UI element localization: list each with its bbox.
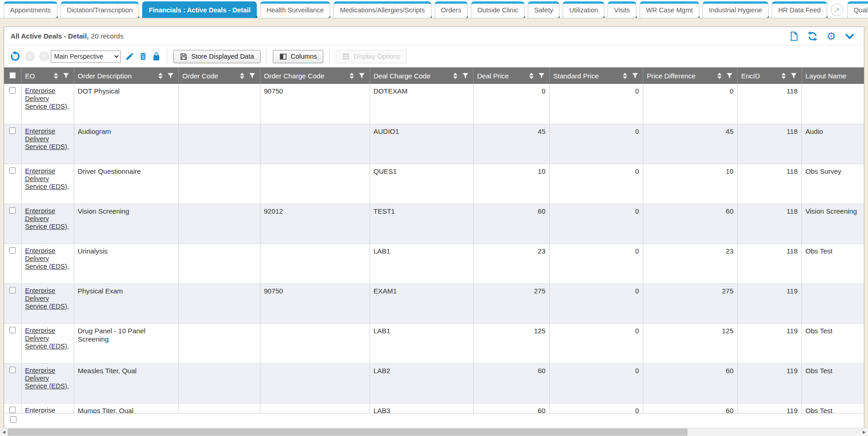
cell-deal-price: 0 xyxy=(473,84,549,124)
column-header-order-code[interactable]: Order Code xyxy=(178,67,260,84)
filter-funnel-icon[interactable] xyxy=(632,72,638,79)
tab-utilization[interactable]: Utilization xyxy=(563,1,604,18)
column-label: Order Code xyxy=(182,72,218,80)
filter-funnel-icon[interactable] xyxy=(167,72,174,79)
tab-hr-data-feed[interactable]: HR Data Feed xyxy=(772,1,827,18)
collapse-chevron-icon[interactable] xyxy=(845,31,855,41)
settings-gear-icon[interactable]: ⚙ xyxy=(826,31,836,41)
tab-visits[interactable]: Visits xyxy=(608,1,636,18)
scroll-left-button[interactable]: ◀ xyxy=(0,428,8,436)
nav-back-icon[interactable]: ‹ xyxy=(25,51,35,61)
column-header-layout-name[interactable]: Layout Name xyxy=(802,67,864,84)
store-displayed-data-button[interactable]: Store Displayed Data xyxy=(173,50,260,63)
sort-icon[interactable] xyxy=(349,72,354,79)
eo-link[interactable]: Enterprise Delivery Service (EDS), xyxy=(25,207,70,231)
filter-funnel-icon[interactable] xyxy=(359,72,365,79)
column-header-order-charge-code[interactable]: Order Charge Code xyxy=(260,67,370,84)
cell-eo: Enterprise Delivery Service (EDS), xyxy=(21,363,74,403)
tab-medications-allergies-scripts[interactable]: Medications/Allergies/Scripts xyxy=(333,1,431,18)
column-header-icons xyxy=(349,72,367,79)
row-checkbox[interactable] xyxy=(9,127,16,134)
eo-link[interactable]: Enterprise Delivery Service (EDS), xyxy=(25,327,70,350)
select-all-checkbox[interactable] xyxy=(10,72,16,78)
row-checkbox[interactable] xyxy=(9,407,16,413)
tab-appointments[interactable]: Appointments xyxy=(4,1,57,18)
sort-icon[interactable] xyxy=(529,72,534,79)
sort-icon[interactable] xyxy=(453,72,458,79)
scroll-right-button[interactable]: ▶ xyxy=(860,428,868,436)
tab-industrial-hygiene[interactable]: Industrial Hygiene xyxy=(702,1,768,18)
filter-funnel-icon[interactable] xyxy=(63,72,69,79)
sort-icon[interactable] xyxy=(239,72,245,79)
perspective-select[interactable]: Main Perspective xyxy=(51,50,121,63)
eo-link[interactable]: Enterprise Delivery Service (EDS), xyxy=(25,367,70,390)
display-options-button: Display Options xyxy=(336,50,407,63)
eo-link[interactable]: Enterprise Delivery Service (EDS), xyxy=(25,87,70,110)
cell-order-description: Urinalysis xyxy=(74,243,178,283)
horizontal-scrollbar[interactable]: ◀ ▶ xyxy=(0,428,868,436)
tab-financials-active-deals-detail[interactable]: Financials : Active Deals - Detail xyxy=(142,1,257,18)
cell-deal-charge-code: AUDIO1 xyxy=(370,124,473,164)
eo-link[interactable]: Enterprise Delivery Service (EDS), xyxy=(25,247,70,270)
table-row: Enterprise Delivery Service (EDS),Driver… xyxy=(4,164,864,204)
new-document-icon[interactable] xyxy=(789,31,799,41)
column-header-encid[interactable]: EncID xyxy=(737,67,802,84)
tab-outside-clinic[interactable]: Outside Clinic xyxy=(471,1,525,18)
column-header-price-difference[interactable]: Price Difference xyxy=(643,67,737,84)
eo-link[interactable]: Enterprise Delivery Service (EDS), xyxy=(25,167,70,191)
row-checkbox[interactable] xyxy=(9,287,16,293)
row-checkbox[interactable] xyxy=(9,367,16,373)
eo-link[interactable]: Enterprise Delivery Service (EDS), xyxy=(25,127,70,151)
tab-label: Quality of Care xyxy=(854,6,868,14)
sort-icon[interactable] xyxy=(781,72,786,79)
sort-icon[interactable] xyxy=(717,72,722,79)
sort-icon[interactable] xyxy=(158,72,163,79)
tab-label: Industrial Hygiene xyxy=(709,6,762,14)
select-all-header[interactable] xyxy=(4,67,21,84)
tab-safety[interactable]: Safety xyxy=(528,1,559,18)
tab-health-surveillance[interactable]: Health Surveillance xyxy=(260,1,330,18)
row-checkbox[interactable] xyxy=(9,247,16,254)
scroll-thumb[interactable] xyxy=(8,429,687,436)
sort-icon[interactable] xyxy=(622,72,628,79)
filter-funnel-icon[interactable] xyxy=(791,72,797,79)
pencil-icon[interactable] xyxy=(125,52,134,61)
row-checkbox[interactable] xyxy=(9,87,16,94)
refresh-icon[interactable] xyxy=(807,31,818,41)
padlock-icon[interactable] xyxy=(152,52,161,61)
tab-wr-case-mgmt[interactable]: WR Case Mgmt xyxy=(640,1,699,18)
row-checkbox[interactable] xyxy=(9,327,16,333)
row-checkbox[interactable] xyxy=(10,416,17,423)
trash-icon[interactable] xyxy=(138,52,148,61)
table-scroll-area[interactable]: EOOrder DescriptionOrder CodeOrder Charg… xyxy=(4,67,864,413)
cell-order-code xyxy=(178,124,260,164)
cell-value: Obs Test xyxy=(806,367,833,375)
row-select-cell xyxy=(4,204,21,243)
eo-link[interactable]: Enterprise Delivery Service (EDS), xyxy=(25,407,70,414)
popout-arrow-icon[interactable]: ↗ xyxy=(831,4,843,16)
tab-quality-of-care[interactable]: Quality of Care xyxy=(847,1,868,18)
filter-funnel-icon[interactable] xyxy=(462,72,469,79)
filter-funnel-icon[interactable] xyxy=(249,72,255,79)
sort-icon[interactable] xyxy=(53,72,59,79)
eo-link[interactable]: Enterprise Delivery Service (EDS), xyxy=(25,287,70,310)
column-header-order-description[interactable]: Order Description xyxy=(74,67,178,84)
filter-funnel-icon[interactable] xyxy=(538,72,545,79)
cell-value: 0 xyxy=(635,207,639,215)
tab-orders[interactable]: Orders xyxy=(435,1,468,18)
undo-circular-arrow-icon[interactable] xyxy=(10,51,21,62)
row-checkbox[interactable] xyxy=(9,167,16,174)
columns-button[interactable]: Columns xyxy=(273,50,323,63)
row-checkbox[interactable] xyxy=(9,207,16,214)
column-header-deal-price[interactable]: Deal Price xyxy=(473,67,549,84)
column-header-eo[interactable]: EO xyxy=(21,67,74,84)
tab-dictation-transcription[interactable]: Dictation/Transcription xyxy=(61,1,139,18)
cell-standard-price: 0 xyxy=(549,204,643,243)
tab-label: Dictation/Transcription xyxy=(67,6,133,14)
column-header-deal-charge-code[interactable]: Deal Charge Code xyxy=(370,67,473,84)
nav-forward-icon[interactable]: › xyxy=(39,51,49,61)
filter-funnel-icon[interactable] xyxy=(726,72,733,79)
cell-layout-name: Obs Test xyxy=(802,243,864,283)
column-header-standard-price[interactable]: Standard Price xyxy=(549,67,643,84)
cell-eo: Enterprise Delivery Service (EDS), xyxy=(21,84,74,124)
